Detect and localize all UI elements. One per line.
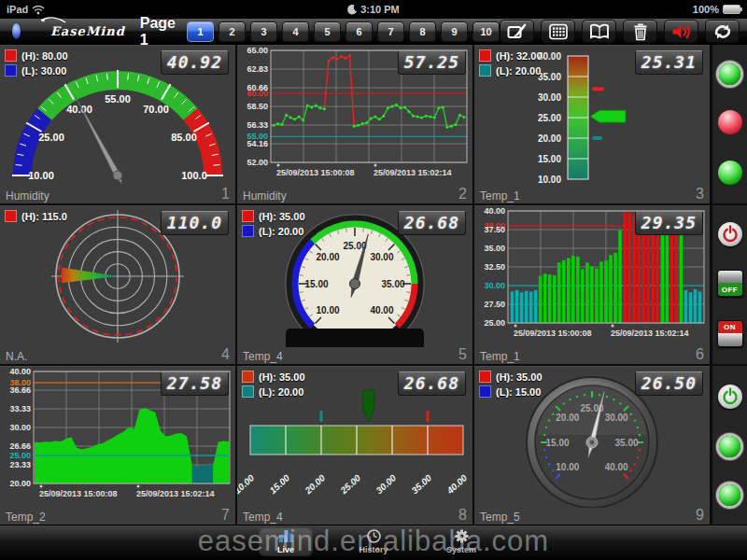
legend-swatch: [5, 210, 17, 222]
indicator-orb-green[interactable]: [718, 161, 742, 185]
gauge-tick-label: 70.00: [143, 104, 169, 115]
panel-number: 9: [696, 507, 704, 524]
gauge-dot: [599, 394, 600, 396]
panel-footer: Temp_59: [474, 508, 710, 525]
bar: [694, 289, 698, 323]
home-orb-button[interactable]: [12, 23, 21, 39]
tab-history[interactable]: History: [346, 527, 401, 556]
page-button-5[interactable]: 5: [314, 21, 341, 42]
indicator-orb-green[interactable]: [719, 484, 740, 506]
switch-metal: [718, 333, 742, 346]
gauge-tick-label: 100.0: [181, 170, 207, 181]
legend-text: (L): 30.00: [21, 65, 66, 77]
y-tick-label: 20.00: [9, 479, 31, 488]
data-point: [357, 124, 359, 127]
sync-button[interactable]: [705, 20, 740, 43]
power-button[interactable]: [718, 222, 742, 246]
speaker-button[interactable]: [664, 20, 698, 43]
gauge-tick-label: 10.00: [556, 462, 579, 472]
legend-swatch: [479, 49, 491, 62]
gauge-dot: [545, 427, 547, 428]
rocker-switch-on[interactable]: ON: [717, 320, 743, 347]
low-limit-marker: [320, 411, 323, 422]
panel-6-bar[interactable]: 29.3540.0038.0037.5035.0032.5030.0027.50…: [474, 205, 710, 364]
gauge-dot: [634, 463, 636, 465]
x-tick-label: 25/09/2013 15:00:08: [276, 168, 355, 177]
panel-3-thermometer[interactable]: (H): 32.00(L): 20.0025.3140.0035.0030.00…: [474, 45, 710, 203]
page-button-7[interactable]: 7: [377, 21, 404, 42]
data-point: [315, 105, 317, 107]
indicator-orb-green[interactable]: [719, 436, 740, 457]
data-point: [442, 105, 444, 108]
page-button-1[interactable]: 1: [187, 21, 214, 42]
panel-footer: Temp_16: [474, 347, 710, 364]
data-point: [310, 105, 313, 108]
x-tick-dot: [514, 325, 517, 328]
x-tick-dot: [40, 485, 43, 488]
x-tick-dot: [612, 325, 614, 328]
data-point: [458, 114, 461, 117]
page-button-10[interactable]: 10: [472, 21, 500, 42]
page-button-4[interactable]: 4: [282, 21, 309, 42]
trash-button[interactable]: [623, 20, 657, 43]
data-point: [276, 122, 279, 125]
data-point: [403, 105, 406, 108]
page-button-3[interactable]: 3: [250, 21, 277, 42]
trash-icon: [629, 22, 652, 41]
tab-system[interactable]: System: [434, 527, 488, 556]
page-button-2[interactable]: 2: [218, 21, 246, 42]
data-point: [378, 118, 381, 120]
panel-5-gauge-round[interactable]: (H): 35.00(L): 20.0026.6810.0015.0020.00…: [237, 205, 472, 364]
gauge-dot: [629, 469, 631, 471]
bar: [553, 275, 557, 323]
bar: [623, 213, 627, 323]
bar: [627, 211, 631, 323]
bar: [539, 276, 543, 323]
page-buttons: 12345678910: [187, 21, 500, 42]
panel-9-gauge-dial[interactable]: (H): 35.00(L): 15.0026.5010.0015.0020.00…: [474, 366, 710, 525]
indicator-orb-green[interactable]: [719, 63, 740, 85]
panel-7-area[interactable]: 27.5840.0038.0036.6633.3330.0026.6625.00…: [0, 366, 235, 525]
panel-1-gauge-semi[interactable]: (H): 80.00(L): 30.0040.9210.0025.0040.00…: [0, 45, 235, 203]
bar: [680, 231, 684, 323]
gauge-dot: [634, 419, 636, 421]
page-button-9[interactable]: 9: [441, 21, 468, 42]
thermometer-tick-label: 25.00: [538, 113, 561, 123]
legend-row: (L): 20.00: [242, 225, 305, 237]
y-tick-label: 30.00: [9, 423, 31, 432]
power-button[interactable]: [718, 385, 742, 409]
gauge-tick-label: 10.00: [28, 170, 54, 181]
rocker-switch-off[interactable]: OFF: [717, 270, 743, 297]
panel-2-line[interactable]: 57.2565.0062.8360.6660.0058.5056.3355.00…: [237, 45, 472, 203]
page-button-6[interactable]: 6: [345, 21, 373, 42]
panel-label: Humidity: [243, 189, 287, 203]
data-point: [365, 121, 368, 124]
panel-number: 6: [696, 346, 704, 363]
grid-button[interactable]: [541, 20, 575, 43]
tab-live[interactable]: Live: [259, 527, 313, 556]
page-button-8[interactable]: 8: [409, 21, 436, 42]
y-tick-label: 23.33: [9, 460, 31, 469]
page-title: Page 1: [140, 15, 176, 49]
data-point: [450, 125, 453, 128]
x-tick-label: 25/09/2013 15:02:14: [136, 489, 215, 498]
thermometer-tick-label: 10.00: [538, 175, 561, 185]
side-button-strip: OFFON: [712, 205, 747, 364]
x-tick-dot: [374, 164, 377, 167]
indicator-orb-red[interactable]: [718, 110, 742, 134]
data-point: [273, 124, 275, 127]
edit-button[interactable]: [500, 20, 534, 43]
meter-tick-label: 15.00: [267, 472, 291, 496]
gauge-dot: [639, 434, 641, 436]
gauge-dot: [629, 413, 631, 415]
panel-4-polar[interactable]: (H): 115.0110.0N.A.4: [0, 205, 235, 364]
y-tick-label: 40.00: [9, 367, 31, 376]
book-button[interactable]: [582, 20, 616, 43]
legend-row: (H): 80.00: [5, 49, 68, 62]
meter-tick-label: 40.00: [444, 472, 470, 497]
needle-hub: [113, 171, 122, 180]
data-point: [285, 114, 288, 117]
legend-text: (H): 35.00: [259, 371, 305, 383]
panel-number: 8: [458, 507, 467, 524]
panel-8-hmeter[interactable]: (H): 35.00(L): 20.0026.6810.0015.0020.00…: [237, 366, 472, 525]
